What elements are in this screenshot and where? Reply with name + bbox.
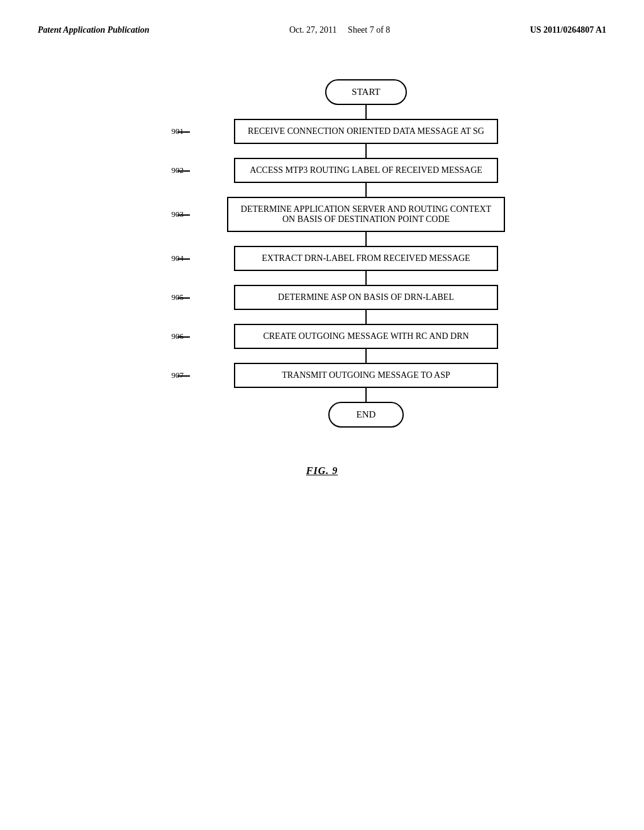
- step-905-label: 905: [102, 292, 190, 302]
- connector-6: [102, 349, 542, 363]
- step-904-row: 904 EXTRACT DRN-LABEL FROM RECEIVED MESS…: [102, 246, 542, 271]
- step-903-box: DETERMINE APPLICATION SERVER AND ROUTING…: [227, 197, 505, 232]
- step-906-label: 906: [102, 331, 190, 341]
- step-905-box-area: DETERMINE ASP ON BASIS OF DRN-LABEL: [190, 285, 542, 310]
- step-902-box: ACCESS MTP3 ROUTING LABEL OF RECEIVED ME…: [234, 158, 498, 183]
- step-906-row: 906 CREATE OUTGOING MESSAGE WITH RC AND …: [102, 324, 542, 349]
- connector-4: [102, 271, 542, 285]
- connector-2: [102, 183, 542, 197]
- connector-3: [102, 232, 542, 246]
- step-907-label: 907: [102, 370, 190, 380]
- step-906-box: CREATE OUTGOING MESSAGE WITH RC AND DRN: [234, 324, 498, 349]
- header-date: Oct. 27, 2011: [289, 25, 337, 35]
- step-904-label: 904: [102, 253, 190, 263]
- step-901-box: RECEIVE CONNECTION ORIENTED DATA MESSAGE…: [234, 119, 498, 144]
- header-publication-label: Patent Application Publication: [38, 25, 150, 35]
- end-wrapper: END: [102, 402, 542, 428]
- step-904-box-area: EXTRACT DRN-LABEL FROM RECEIVED MESSAGE: [190, 246, 542, 271]
- connector-after-907: [102, 388, 542, 402]
- connector-after-start: [102, 105, 542, 119]
- step-905-box: DETERMINE ASP ON BASIS OF DRN-LABEL: [234, 285, 498, 310]
- start-box: START: [325, 79, 406, 105]
- header-date-sheet: Oct. 27, 2011 Sheet 7 of 8: [289, 25, 390, 35]
- step-907-row: 907 TRANSMIT OUTGOING MESSAGE TO ASP: [102, 363, 542, 388]
- connector-1: [102, 144, 542, 158]
- step-905-row: 905 DETERMINE ASP ON BASIS OF DRN-LABEL: [102, 285, 542, 310]
- step-901-box-area: RECEIVE CONNECTION ORIENTED DATA MESSAGE…: [190, 119, 542, 144]
- header-sheet: Sheet 7 of 8: [348, 25, 390, 35]
- connector-5: [102, 310, 542, 324]
- step-907-box: TRANSMIT OUTGOING MESSAGE TO ASP: [234, 363, 498, 388]
- step-902-label: 902: [102, 165, 190, 175]
- step-902-row: 902 ACCESS MTP3 ROUTING LABEL OF RECEIVE…: [102, 158, 542, 183]
- step-904-box: EXTRACT DRN-LABEL FROM RECEIVED MESSAGE: [234, 246, 498, 271]
- step-907-box-area: TRANSMIT OUTGOING MESSAGE TO ASP: [190, 363, 542, 388]
- patent-page: Patent Application Publication Oct. 27, …: [0, 0, 644, 830]
- page-header: Patent Application Publication Oct. 27, …: [38, 25, 606, 42]
- step-901-row: 901 RECEIVE CONNECTION ORIENTED DATA MES…: [102, 119, 542, 144]
- step-902-box-area: ACCESS MTP3 ROUTING LABEL OF RECEIVED ME…: [190, 158, 542, 183]
- end-box: END: [328, 402, 404, 428]
- step-906-box-area: CREATE OUTGOING MESSAGE WITH RC AND DRN: [190, 324, 542, 349]
- flowchart: START 901 RECEIVE CONNECTION ORIENTED DA…: [38, 79, 606, 428]
- figure-caption: FIG. 9: [38, 465, 606, 477]
- step-903-label: 903: [102, 209, 190, 219]
- header-patent-number: US 2011/0264807 A1: [530, 25, 606, 35]
- start-wrapper: START: [102, 79, 542, 105]
- step-901-label: 901: [102, 126, 190, 136]
- step-903-row: 903 DETERMINE APPLICATION SERVER AND ROU…: [102, 197, 542, 232]
- step-903-box-area: DETERMINE APPLICATION SERVER AND ROUTING…: [190, 197, 542, 232]
